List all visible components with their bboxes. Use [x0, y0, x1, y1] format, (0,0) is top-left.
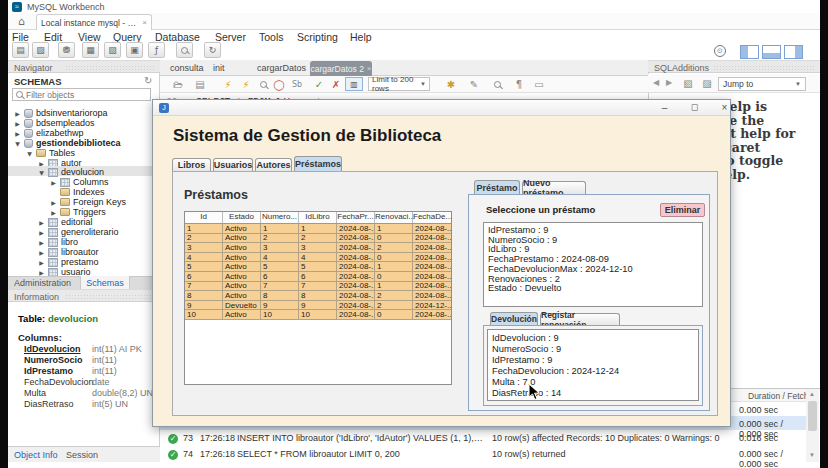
create-table-icon[interactable]: ▦ [82, 42, 99, 58]
create-function-icon[interactable]: ƒ [148, 42, 165, 58]
menu-help[interactable]: Help [350, 31, 372, 44]
scrollbar[interactable]: ▲ ▼ [806, 389, 819, 462]
table-row[interactable]: 6Activo662024-08-...02024-08-... [185, 272, 451, 282]
devolucion-info-list[interactable]: IdDevolucion : 9 NumeroSocio : 9 IdPrest… [487, 329, 699, 401]
tree-item-indexes[interactable]: Indexes [50, 187, 105, 197]
close-icon[interactable]: × [142, 18, 147, 27]
tree-item-schema[interactable]: ▶bdsempleados [14, 118, 95, 128]
open-script-icon[interactable]: ▨ [32, 42, 49, 58]
tab-devolucion-selected[interactable]: Devolución [490, 312, 538, 325]
devolucion-info-line[interactable]: IdDevolucion : 9 [492, 333, 694, 344]
search-table-data-icon[interactable] [176, 42, 193, 58]
expand-icon[interactable]: ▶ [14, 110, 21, 117]
tree-item-columns[interactable]: ▶Columns [50, 177, 109, 187]
toggle-stop-on-error-icon[interactable]: Sb [289, 77, 305, 92]
new-sql-tab-icon[interactable]: ▤ [12, 42, 29, 58]
tab-autores[interactable]: Autores [255, 158, 292, 171]
invisible-chars-icon[interactable]: ¶ [511, 77, 527, 92]
expand-icon[interactable]: ▶ [50, 209, 57, 216]
expand-icon[interactable]: ▶ [38, 219, 45, 226]
devolucion-info-line[interactable]: NumeroSocio : 9 [492, 344, 694, 355]
find-icon[interactable] [489, 77, 505, 92]
expand-icon[interactable]: ▶ [14, 130, 21, 137]
minimize-button[interactable]: – [658, 102, 671, 114]
expand-icon[interactable]: ▶ [38, 229, 45, 236]
devolucion-info-line[interactable]: Multa : 7.0 [492, 377, 694, 388]
forward-icon[interactable]: ▶ [666, 78, 672, 87]
jump-to-dropdown[interactable]: Jump to ▼ [718, 77, 806, 91]
menu-scripting[interactable]: Scripting [297, 31, 338, 44]
tree-item-tables[interactable]: ▼Tables [26, 148, 75, 158]
table-row[interactable]: 7Activo772024-08-...12024-08-... [185, 282, 451, 292]
col-header[interactable]: Renovaci... [375, 212, 413, 223]
tree-item-table-selected[interactable]: ▼devolucion [38, 167, 104, 177]
scroll-down-icon[interactable]: ▼ [809, 452, 815, 458]
table-row[interactable]: 10Activo10102024-08-...02024-08-... [185, 310, 451, 320]
scroll-thumb[interactable] [808, 401, 817, 431]
rollback-icon[interactable]: ✗ [328, 77, 344, 92]
autocommit-icon[interactable]: ▥ [345, 77, 363, 91]
tab-session[interactable]: Session [66, 450, 98, 460]
collapse-icon[interactable]: ▼ [26, 150, 33, 157]
help-circle-icon[interactable]: ⊙ [714, 45, 726, 57]
col-header[interactable]: Id [185, 212, 223, 223]
col-header[interactable]: FechaDe... [413, 212, 451, 223]
tab-administration[interactable]: Administration [14, 278, 71, 288]
tree-item-schema[interactable]: ▶bdsinventarioropa [14, 108, 108, 118]
close-button[interactable]: × [718, 102, 731, 114]
editor-tab-active[interactable]: cargarDatos 2 × [310, 61, 372, 76]
collapse-icon[interactable]: ▼ [38, 169, 45, 176]
back-icon[interactable]: ◀ [653, 78, 659, 87]
tree-item-table[interactable]: ▶generoliterario [38, 227, 119, 237]
expand-icon[interactable]: ▶ [38, 239, 45, 246]
tree-item-table[interactable]: ▶editorial [38, 217, 93, 227]
execute-current-icon[interactable]: ⚡ [238, 77, 254, 92]
table-row[interactable]: 5Activo552024-08-...12024-08-... [185, 262, 451, 272]
filter-objects-input[interactable] [26, 90, 136, 100]
scroll-up-icon[interactable]: ▲ [809, 391, 815, 397]
col-header[interactable]: IdLibro [299, 212, 337, 223]
col-header[interactable]: FechaPr... [337, 212, 375, 223]
commit-icon[interactable]: ✓ [311, 77, 327, 92]
duration-fetch-header[interactable]: Duration / Fetch [748, 391, 808, 401]
stop-icon[interactable]: ◯ [271, 77, 287, 92]
expand-icon[interactable]: ▶ [38, 259, 45, 266]
app-title-bar[interactable] [153, 100, 730, 116]
snippet-icon[interactable]: ✱ [443, 77, 459, 92]
tree-item-triggers[interactable]: ▶Triggers [50, 207, 106, 217]
refresh-icon[interactable]: ↻ [144, 75, 152, 86]
tree-item-schema[interactable]: ▶elizabethwp [14, 128, 84, 138]
devolucion-info-line[interactable]: IdPrestamo : 9 [492, 355, 694, 366]
col-header[interactable]: Numero... [261, 212, 299, 223]
loan-info-list[interactable]: IdPrestamo : 9 NumeroSocio : 9 IdLibro :… [483, 222, 703, 307]
tree-item-table[interactable]: ▶libroautor [38, 247, 99, 257]
toggle-bottom-panel-button[interactable] [762, 45, 781, 59]
expand-icon[interactable]: ▶ [14, 120, 21, 127]
expand-icon[interactable]: ▶ [50, 199, 57, 206]
toggle-right-panel-button[interactable] [784, 45, 803, 59]
toggle-left-panel-button[interactable] [740, 45, 759, 59]
limit-rows-dropdown[interactable]: Limit to 200 rows ▼ [368, 77, 430, 91]
table-row[interactable]: 3Activo332024-08-...22024-08-... [185, 243, 451, 253]
col-header[interactable]: Estado [223, 212, 261, 223]
devolucion-info-line[interactable]: FechaDevolucion : 2024-12-24 [492, 366, 694, 377]
table-row[interactable]: 4Activo442024-08-...02024-08-... [185, 253, 451, 263]
explain-icon[interactable] [255, 77, 271, 92]
beautify-icon[interactable]: ✎ [466, 77, 482, 92]
create-schema-icon[interactable]: ⛃ [58, 42, 75, 58]
tree-item-foreign-keys[interactable]: ▶Foreign Keys [50, 197, 126, 207]
editor-tab[interactable]: consulta [170, 61, 204, 75]
editor-tab[interactable]: init [213, 61, 225, 75]
create-view-icon[interactable]: ▧ [104, 42, 121, 58]
collapse-icon[interactable]: ▼ [14, 140, 21, 147]
auto-help-icon[interactable]: ▨ [699, 76, 715, 91]
table-row[interactable]: 1Activo112024-08-...12024-08-... [185, 224, 451, 234]
save-icon[interactable]: ▤ [192, 77, 208, 92]
tree-item-table[interactable]: ▶prestamo [38, 257, 99, 267]
table-row[interactable]: 2Activo222024-08-...02024-08-... [185, 234, 451, 244]
tab-libros[interactable]: Libros [172, 158, 211, 171]
prestamos-table[interactable]: Id Estado Numero... IdLibro FechaPr... R… [184, 211, 452, 385]
open-file-icon[interactable]: 🗁 [170, 77, 186, 92]
tab-schemas[interactable]: Schemas [80, 276, 130, 289]
tree-item-schema-active[interactable]: ▼gestiondebiblioteca [14, 138, 121, 148]
